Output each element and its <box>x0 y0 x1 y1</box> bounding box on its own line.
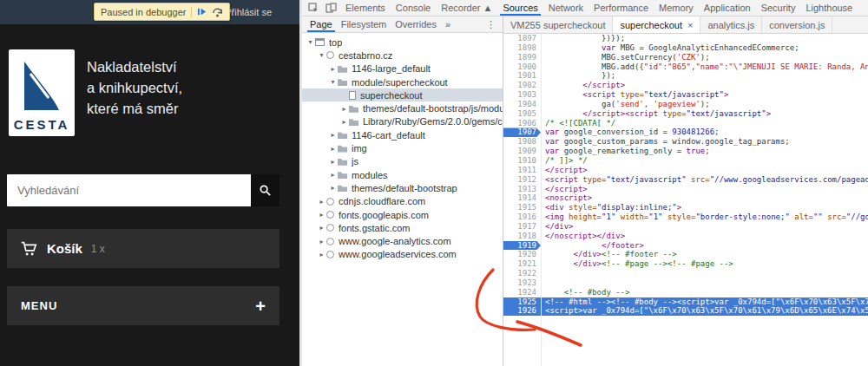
search-input[interactable] <box>7 174 251 206</box>
cesta-logo[interactable]: CESTA <box>9 49 75 136</box>
code-line[interactable]: var MBG = GoogleAnalyticEnhancedECommerc… <box>542 43 868 53</box>
tree-item-supercheckout[interactable]: supercheckout <box>302 88 503 101</box>
chevron-right-icon[interactable]: ▸ <box>328 65 338 73</box>
devtools-tab-memory[interactable]: Memory <box>654 0 699 16</box>
line-number[interactable]: 1910 <box>503 156 541 166</box>
chevron-right-icon[interactable]: ▸ <box>339 105 349 113</box>
navigator-tab-overrides[interactable]: Overrides <box>391 16 441 32</box>
code-line[interactable]: </script><script type="text/javascript"> <box>542 109 868 119</box>
navigator-tab-page[interactable]: Page <box>306 16 337 32</box>
line-number[interactable]: 1913 <box>503 185 541 194</box>
code-line[interactable] <box>542 278 868 288</box>
line-number[interactable]: 1926 <box>503 306 541 316</box>
close-tab-icon[interactable]: × <box>687 20 693 30</box>
tree-item-module-supercheckout[interactable]: ▾module/supercheckout <box>302 75 503 88</box>
code-line[interactable]: MBG.add({"id":"865","name":"\"JMENUJI SE… <box>542 62 868 72</box>
breakpoint-line-number[interactable]: 1919 <box>503 241 541 251</box>
line-number[interactable]: 1918 <box>503 232 541 241</box>
chevron-right-icon[interactable]: ▸ <box>317 211 326 219</box>
code-line[interactable]: </noscript></div> <box>542 232 868 241</box>
tree-item-library-ruby-gems-2-0-0-gems-compass-c[interactable]: ▸Library/Ruby/Gems/2.0.0/gems/compass-c <box>302 115 503 128</box>
devtools-tab-application[interactable]: Application <box>699 0 756 16</box>
chevron-down-icon[interactable]: ▾ <box>317 51 326 59</box>
line-number[interactable]: 1911 <box>503 166 541 175</box>
line-number[interactable]: 1925 <box>503 297 541 307</box>
editor-tab-vm255-supercheckout[interactable]: VM255 supercheckout <box>503 16 613 33</box>
chevron-right-icon[interactable]: ▸ <box>317 224 326 232</box>
line-number[interactable]: 1923 <box>503 278 541 288</box>
line-number[interactable]: 1900 <box>503 62 541 72</box>
devtools-tab-lighthouse[interactable]: Lighthouse <box>800 0 858 16</box>
plus-icon[interactable]: + <box>255 297 266 315</box>
editor-tab-analytics-js[interactable]: analytics.js <box>700 16 762 33</box>
devtools-tab-security[interactable]: Security <box>756 0 801 16</box>
code-line[interactable]: </footer> <box>542 241 868 251</box>
chevron-right-icon[interactable]: ▸ <box>328 131 338 139</box>
tree-item-www-googleadservices-com[interactable]: ▸www.googleadservices.com <box>302 248 503 261</box>
code-line[interactable]: /* <![CDATA[ */ <box>542 119 868 128</box>
inspect-element-button[interactable] <box>308 3 319 13</box>
tree-item-top[interactable]: ▾top <box>302 36 503 49</box>
tree-item-cdnjs-cloudflare-com[interactable]: ▸cdnjs.cloudflare.com <box>302 195 503 208</box>
tree-item-js[interactable]: ▸js <box>302 155 503 168</box>
tree-item-fonts-googleapis-com[interactable]: ▸fonts.googleapis.com <box>302 208 503 221</box>
code-line[interactable] <box>542 269 868 278</box>
editor-tab-supercheckout[interactable]: supercheckout× <box>613 16 700 33</box>
login-link[interactable]: Přihlásit se <box>225 7 272 17</box>
tree-item-themes-default-bootstrap[interactable]: ▸themes/default-bootstrap <box>302 181 503 194</box>
code-line[interactable]: </script> <box>542 81 868 90</box>
devtools-tab-performance[interactable]: Performance <box>589 0 654 16</box>
code-line[interactable]: <script type="text/javascript" src="//ww… <box>542 175 868 185</box>
line-number[interactable]: 1915 <box>503 203 541 212</box>
device-toolbar-button[interactable] <box>326 3 337 13</box>
code-line[interactable]: <img height="1" width="1" style="border-… <box>542 212 868 222</box>
code-line[interactable]: </div><!-- #footer --> <box>542 250 868 259</box>
code-line[interactable]: var google_custom_params = window.google… <box>542 137 868 147</box>
line-number[interactable]: 1905 <box>503 109 541 119</box>
line-number[interactable]: 1914 <box>503 193 541 203</box>
line-number[interactable]: 1922 <box>503 269 541 278</box>
code-line[interactable]: ga('send', 'pageview'); <box>542 100 868 109</box>
code-line[interactable]: }); <box>542 71 868 81</box>
line-number[interactable]: 1909 <box>503 147 541 156</box>
line-number[interactable]: 1924 <box>503 288 541 297</box>
tree-item-1146-cart-default[interactable]: ▸1146-cart_default <box>302 128 503 141</box>
tree-item-fonts-gstatic-com[interactable]: ▸fonts.gstatic.com <box>302 221 503 234</box>
line-number[interactable]: 1904 <box>503 100 541 109</box>
line-number[interactable]: 1897 <box>503 34 541 43</box>
chevron-down-icon[interactable]: ▾ <box>328 78 338 86</box>
code-line[interactable]: <!-- #html --><!-- #body --><script>var … <box>542 297 868 307</box>
step-over-button[interactable] <box>212 7 223 17</box>
devtools-tab-sources[interactable]: Sources <box>497 0 542 16</box>
code-line[interactable]: MBG.setCurrency('CZK'); <box>542 53 868 62</box>
line-number[interactable]: 1912 <box>503 175 541 185</box>
editor-tab-conversion-js[interactable]: conversion.js <box>762 16 832 33</box>
code-line[interactable]: var google_remarketing_only = true; <box>542 147 868 156</box>
navigator-menu-button[interactable]: ⋮ <box>479 19 503 30</box>
code-line[interactable]: /* ]]> */ <box>542 156 868 166</box>
devtools-tab-recorder[interactable]: Recorder ▲ <box>436 0 497 16</box>
line-number[interactable]: 1908 <box>503 137 541 147</box>
devtools-tab-network[interactable]: Network <box>543 0 589 16</box>
resume-script-button[interactable] <box>197 7 207 16</box>
line-number[interactable]: 1899 <box>503 53 541 62</box>
code-line[interactable]: </script> <box>542 185 868 194</box>
chevron-right-icon[interactable]: ▸ <box>328 171 338 179</box>
tree-item-1146-large-default[interactable]: ▸1146-large_default <box>302 62 503 75</box>
line-number[interactable]: 1917 <box>503 222 541 232</box>
chevron-right-icon[interactable]: ▸ <box>328 158 338 166</box>
code-line[interactable]: <!-- #body --> <box>542 288 868 297</box>
code-line[interactable]: </div> <box>542 222 868 232</box>
code-line[interactable]: <div style="display:inline;"> <box>542 203 868 212</box>
line-number[interactable]: 1906 <box>503 119 541 128</box>
navigator-tab-filesystem[interactable]: Filesystem <box>337 16 391 32</box>
tree-item-img[interactable]: ▸img <box>302 141 503 154</box>
chevron-right-icon[interactable]: ▸ <box>317 198 326 206</box>
chevron-right-icon[interactable]: ▸ <box>328 184 338 192</box>
line-number[interactable]: 1903 <box>503 90 541 100</box>
chevron-right-icon[interactable]: ▸ <box>317 238 326 245</box>
chevron-down-icon[interactable]: ▾ <box>306 38 315 46</box>
chevron-right-icon[interactable]: ▸ <box>339 118 349 126</box>
code-editor[interactable]: 1897189818991900190119021903190419051906… <box>503 34 868 366</box>
devtools-tab-console[interactable]: Console <box>391 0 436 16</box>
